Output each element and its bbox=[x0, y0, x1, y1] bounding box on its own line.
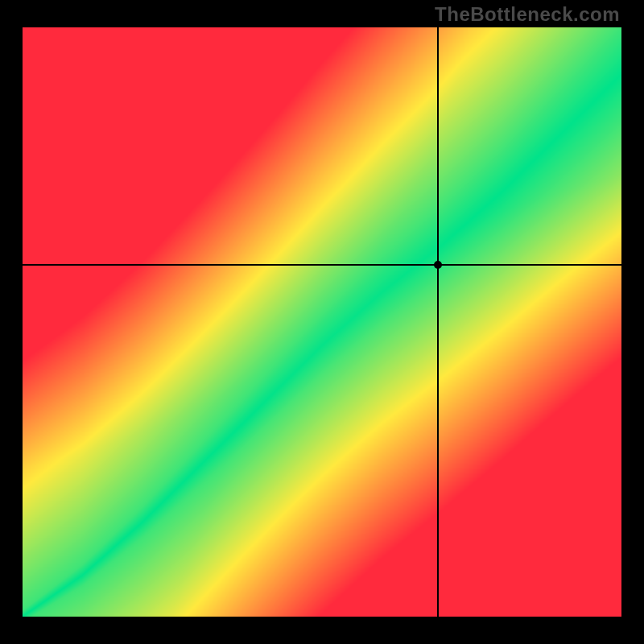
chart-frame: TheBottleneck.com bbox=[0, 0, 644, 644]
crosshair-vertical bbox=[437, 27, 439, 617]
crosshair-dot bbox=[434, 261, 442, 269]
crosshair-horizontal bbox=[23, 264, 621, 266]
watermark-text: TheBottleneck.com bbox=[435, 3, 620, 26]
bottleneck-heatmap bbox=[23, 27, 621, 617]
